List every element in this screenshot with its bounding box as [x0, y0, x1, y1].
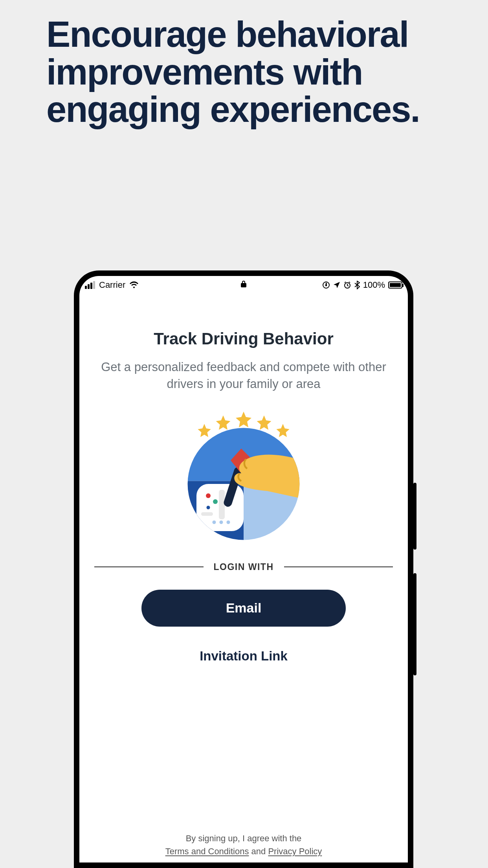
signal-icon: [85, 281, 95, 289]
agreement-intro: By signing up, I agree with the: [186, 833, 302, 843]
battery-percentage: 100%: [363, 280, 385, 290]
invitation-link[interactable]: Invitation Link: [200, 649, 288, 664]
signup-agreement: By signing up, I agree with the Terms an…: [79, 832, 408, 862]
email-login-button[interactable]: Email: [141, 590, 346, 627]
hero-illustration: [185, 410, 303, 543]
agreement-and: and: [249, 846, 268, 856]
location-icon: [333, 281, 340, 289]
login-with-label: LOGIN WITH: [214, 562, 274, 572]
stars-row: [196, 410, 291, 429]
driving-illustration-icon: [185, 425, 303, 543]
svg-point-10: [207, 506, 210, 509]
privacy-link[interactable]: Privacy Policy: [268, 846, 322, 856]
terms-link[interactable]: Terms and Conditions: [165, 846, 249, 856]
svg-rect-15: [201, 512, 213, 516]
onboarding-content: Track Driving Behavior Get a personalize…: [79, 294, 408, 832]
bluetooth-icon: [354, 281, 360, 289]
page-title: Track Driving Behavior: [154, 329, 334, 348]
svg-rect-1: [325, 284, 327, 286]
star-icon: [215, 414, 232, 431]
star-icon: [234, 410, 253, 429]
svg-point-9: [213, 499, 218, 504]
svg-point-13: [220, 520, 223, 524]
carrier-label: Carrier: [99, 280, 125, 290]
svg-rect-11: [219, 490, 225, 519]
login-divider: LOGIN WITH: [91, 562, 396, 572]
marketing-headline: Encourage behavioral improvements with e…: [46, 16, 464, 129]
phone-side-button: [413, 573, 416, 675]
rotation-lock-icon: [322, 281, 330, 289]
star-icon: [196, 423, 212, 438]
wifi-icon: [129, 281, 139, 289]
phone-screen: Carrier: [79, 276, 408, 862]
page-subtitle: Get a personalized feedback and compete …: [91, 359, 396, 393]
battery-icon: [388, 281, 402, 289]
divider-line: [284, 566, 393, 567]
svg-point-14: [227, 520, 230, 524]
phone-side-button: [413, 483, 416, 550]
star-icon: [275, 423, 291, 438]
star-icon: [255, 414, 273, 431]
lock-icon: [240, 280, 247, 288]
svg-point-12: [213, 520, 216, 524]
status-bar: Carrier: [79, 276, 408, 294]
divider-line: [94, 566, 204, 567]
phone-frame: Carrier: [74, 270, 413, 868]
alarm-icon: [343, 281, 351, 289]
svg-point-8: [206, 493, 211, 498]
